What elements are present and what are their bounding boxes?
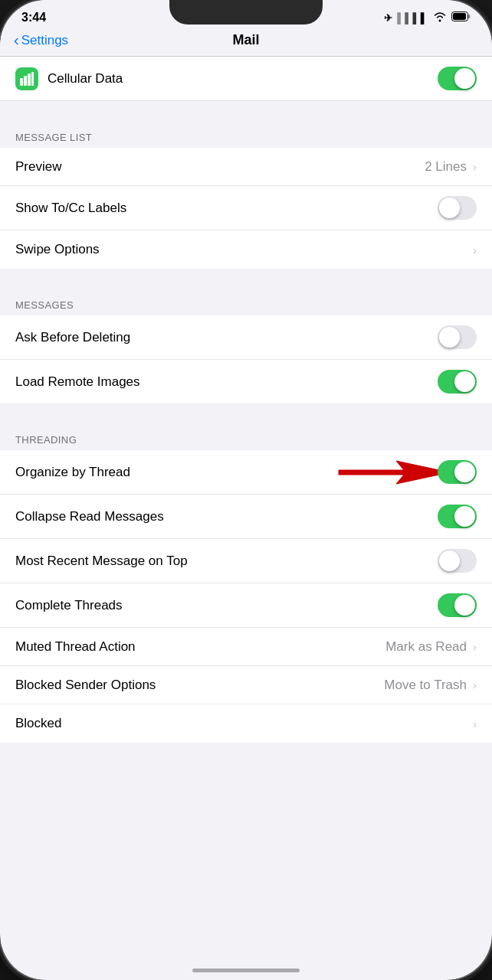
collapse-read-item[interactable]: Collapse Read Messages	[0, 495, 492, 539]
blocked-sender-value: Move to Trash	[384, 678, 467, 693]
cellular-label-container: Cellular Data	[15, 67, 123, 90]
svg-rect-2	[453, 13, 466, 20]
messages-group: Ask Before Deleting Load Remote Images	[0, 315, 492, 403]
home-indicator	[192, 969, 300, 972]
location-icon: ✈	[384, 12, 392, 24]
load-images-label: Load Remote Images	[15, 374, 140, 390]
cellular-label: Cellular Data	[48, 71, 123, 87]
swipe-options-label: Swipe Options	[15, 242, 100, 257]
phone-frame: 3:44 ✈ ▌▌▌▌	[0, 0, 492, 980]
svg-rect-6	[31, 72, 34, 86]
muted-thread-chevron-icon: ›	[473, 640, 477, 653]
blocked-sender-right: Move to Trash ›	[384, 678, 477, 693]
load-images-toggle[interactable]	[438, 370, 477, 394]
collapse-read-knob	[454, 506, 475, 527]
svg-rect-3	[20, 78, 23, 86]
swipe-options-chevron-icon: ›	[473, 243, 477, 256]
most-recent-knob	[439, 550, 460, 571]
show-tocc-knob	[439, 198, 460, 218]
complete-threads-knob	[454, 595, 475, 616]
nav-bar: ‹ Settings Mail	[0, 29, 492, 57]
preview-item[interactable]: Preview 2 Lines ›	[0, 148, 492, 186]
battery-icon	[451, 11, 471, 24]
organize-thread-right	[438, 460, 477, 484]
blocked-item[interactable]: Blocked ›	[0, 704, 492, 743]
organize-thread-knob	[454, 462, 475, 482]
threading-group: Organize by Thread Collapse Re	[0, 450, 492, 743]
message-list-header: MESSAGE LIST	[0, 116, 492, 148]
ask-delete-label: Ask Before Deleting	[15, 330, 130, 345]
cellular-toggle-knob	[454, 68, 475, 89]
swipe-options-item[interactable]: Swipe Options ›	[0, 230, 492, 269]
cellular-data-item[interactable]: Cellular Data	[0, 57, 492, 101]
muted-thread-value: Mark as Read	[385, 639, 467, 655]
collapse-read-label: Collapse Read Messages	[15, 509, 164, 524]
blocked-right: ›	[471, 717, 477, 730]
blocked-sender-label: Blocked Sender Options	[15, 678, 156, 693]
blocked-label: Blocked	[15, 716, 61, 731]
muted-thread-right: Mark as Read ›	[385, 639, 477, 655]
muted-thread-item[interactable]: Muted Thread Action Mark as Read ›	[0, 628, 492, 666]
threading-header: THREADING	[0, 419, 492, 450]
message-list-spacer	[0, 101, 492, 116]
show-tocc-item[interactable]: Show To/Cc Labels	[0, 186, 492, 230]
complete-threads-item[interactable]: Complete Threads	[0, 583, 492, 628]
blocked-sender-item[interactable]: Blocked Sender Options Move to Trash ›	[0, 666, 492, 704]
organize-thread-item[interactable]: Organize by Thread	[0, 450, 492, 495]
muted-thread-label: Muted Thread Action	[15, 639, 136, 655]
svg-rect-4	[24, 76, 27, 86]
notch	[169, 0, 323, 24]
message-list-group: Preview 2 Lines › Show To/Cc Labels Swip…	[0, 148, 492, 269]
ask-delete-toggle[interactable]	[438, 325, 477, 349]
red-arrow-annotation	[331, 457, 454, 488]
status-icons: ✈ ▌▌▌▌	[384, 11, 471, 24]
back-button[interactable]: ‹ Settings	[14, 31, 68, 49]
wifi-icon	[433, 11, 447, 24]
cellular-toggle[interactable]	[438, 67, 477, 90]
back-chevron-icon: ‹	[14, 31, 19, 49]
status-time: 3:44	[21, 11, 46, 24]
preview-label: Preview	[15, 159, 61, 175]
content: Cellular Data MESSAGE LIST Preview 2 Lin…	[0, 57, 492, 952]
preview-right: 2 Lines ›	[425, 159, 477, 175]
nav-title: Mail	[232, 32, 259, 48]
show-tocc-toggle[interactable]	[438, 196, 477, 220]
blocked-chevron-icon: ›	[473, 717, 477, 730]
threading-spacer	[0, 403, 492, 419]
complete-threads-label: Complete Threads	[15, 598, 123, 613]
organize-thread-label: Organize by Thread	[15, 465, 130, 480]
organize-thread-toggle[interactable]	[438, 460, 477, 484]
blocked-sender-chevron-icon: ›	[473, 678, 477, 691]
svg-rect-1	[468, 15, 471, 18]
collapse-read-toggle[interactable]	[438, 505, 477, 528]
bottom-padding	[0, 743, 492, 773]
preview-value: 2 Lines	[425, 159, 467, 175]
ask-delete-item[interactable]: Ask Before Deleting	[0, 315, 492, 360]
preview-chevron-icon: ›	[473, 160, 477, 173]
cellular-icon	[15, 67, 38, 90]
load-images-item[interactable]: Load Remote Images	[0, 360, 492, 403]
show-tocc-label: Show To/Cc Labels	[15, 201, 126, 216]
most-recent-label: Most Recent Message on Top	[15, 554, 188, 569]
back-label[interactable]: Settings	[21, 33, 68, 48]
most-recent-toggle[interactable]	[438, 549, 477, 573]
messages-header: MESSAGES	[0, 284, 492, 315]
messages-spacer	[0, 269, 492, 284]
swipe-options-right: ›	[471, 243, 477, 256]
complete-threads-toggle[interactable]	[438, 593, 477, 617]
svg-rect-5	[28, 74, 31, 86]
signal-icon: ▌▌▌▌	[397, 12, 428, 24]
most-recent-item[interactable]: Most Recent Message on Top	[0, 539, 492, 583]
load-images-knob	[454, 371, 475, 392]
ask-delete-knob	[439, 327, 460, 348]
svg-marker-7	[339, 461, 450, 484]
phone-screen: 3:44 ✈ ▌▌▌▌	[0, 0, 492, 980]
